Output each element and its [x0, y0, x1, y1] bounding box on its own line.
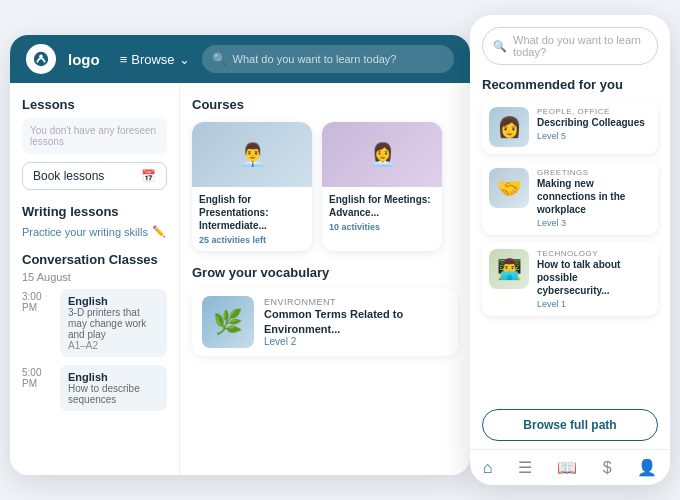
course-activities-2: 10 activities	[329, 222, 435, 232]
calendar-icon: 📅	[141, 169, 156, 183]
vocab-img: 🌿	[202, 296, 254, 348]
logo-icon	[32, 50, 50, 68]
rec-img-2: 🤝	[489, 168, 529, 208]
rec-level-3: Level 1	[537, 299, 651, 309]
vocab-info: ENVIRONMENT Common Terms Related to Envi…	[264, 297, 448, 347]
course-img-2: 👩‍💼	[322, 122, 442, 187]
rec-person-icon-1: 👩	[497, 115, 522, 139]
class-title-1: English	[68, 295, 159, 307]
mobile-search-bar: 🔍 What do you want to learn today?	[470, 15, 670, 73]
logo-circle	[26, 44, 56, 74]
lessons-title: Lessons	[22, 97, 167, 112]
course-img-1: 👨‍💼	[192, 122, 312, 187]
time-1: 3:00 PM	[22, 291, 54, 313]
class-sub-2: How to describe sequences	[68, 383, 159, 405]
rec-img-bg-2: 🤝	[489, 168, 529, 208]
rec-person-icon-2: 🤝	[497, 176, 522, 200]
sidebar: Lessons You don't have any foreseen less…	[10, 83, 180, 475]
mobile-card: 🔍 What do you want to learn today? Recom…	[470, 15, 670, 485]
course-title-2: English for Meetings: Advance...	[329, 193, 435, 219]
date-label: 15 August	[22, 271, 167, 283]
class-title-2: English	[68, 371, 159, 383]
logo-text: logo	[68, 51, 100, 68]
main-content: Courses 👨‍💼 English for Presentations: I…	[180, 83, 470, 475]
nav-bar: logo ≡ Browse ⌄ 🔍 What do you want to le…	[10, 35, 470, 83]
rec-info-2: GREETINGS Making new connections in the …	[537, 168, 651, 228]
courses-row: 👨‍💼 English for Presentations: Intermedi…	[192, 122, 458, 251]
nav-dollar-icon[interactable]: $	[603, 459, 612, 477]
pencil-icon: ✏️	[152, 225, 166, 238]
mobile-search-placeholder: What do you want to learn today?	[513, 34, 647, 58]
conv-title: Conversation Classes	[22, 252, 167, 267]
nav-search-placeholder: What do you want to learn today?	[233, 53, 397, 65]
writing-title: Writing lessons	[22, 204, 167, 219]
rec-title-1: Describing Colleagues	[537, 116, 651, 129]
course-info-2: English for Meetings: Advance... 10 acti…	[322, 187, 442, 238]
no-lessons-text: You don't have any foreseen lessons	[22, 118, 167, 154]
nav-search-bar[interactable]: 🔍 What do you want to learn today?	[202, 45, 454, 73]
course-img-bg-1: 👨‍💼	[192, 122, 312, 187]
writing-subtitle: Practice your writing skills ✏️	[22, 225, 167, 238]
vocab-card[interactable]: 🌿 ENVIRONMENT Common Terms Related to En…	[192, 288, 458, 356]
hamburger-icon: ≡	[120, 52, 128, 67]
browse-button[interactable]: ≡ Browse ⌄	[120, 52, 190, 67]
rec-person-icon-3: 👨‍💻	[497, 257, 522, 281]
rec-card-3[interactable]: 👨‍💻 TECHNOLOGY How to talk about possibl…	[482, 242, 658, 316]
nav-list-icon[interactable]: ☰	[518, 458, 532, 477]
mobile-bottom-nav: ⌂ ☰ 📖 $ 👤	[470, 449, 670, 485]
content-area: Lessons You don't have any foreseen less…	[10, 83, 470, 475]
vocab-level: Level 2	[264, 336, 448, 347]
courses-title: Courses	[192, 97, 458, 112]
rec-info-1: PEOPLE, OFFICE Describing Colleagues Lev…	[537, 107, 651, 141]
class-card-2[interactable]: English How to describe sequences	[60, 365, 167, 411]
rec-level-1: Level 5	[537, 131, 651, 141]
chevron-down-icon: ⌄	[179, 52, 190, 67]
writing-section: Writing lessons Practice your writing sk…	[22, 204, 167, 238]
rec-img-bg-3: 👨‍💻	[489, 249, 529, 289]
rec-tag-3: TECHNOLOGY	[537, 249, 651, 258]
svg-point-1	[39, 55, 43, 59]
rec-title-2: Making new connections in the workplace	[537, 177, 651, 216]
rec-img-1: 👩	[489, 107, 529, 147]
vocab-tag: ENVIRONMENT	[264, 297, 448, 307]
rec-title-3: How to talk about possible cybersecurity…	[537, 258, 651, 297]
course-card-1[interactable]: 👨‍💼 English for Presentations: Intermedi…	[192, 122, 312, 251]
browse-full-path-button[interactable]: Browse full path	[482, 409, 658, 441]
writing-sub-text: Practice your writing skills	[22, 226, 148, 238]
class-sub-1: 3-D printers that may change work and pl…	[68, 307, 159, 340]
course-person-icon-1: 👨‍💼	[239, 142, 266, 168]
course-title-1: English for Presentations: Intermediate.…	[199, 193, 305, 232]
rec-card-2[interactable]: 🤝 GREETINGS Making new connections in th…	[482, 161, 658, 235]
scene: logo ≡ Browse ⌄ 🔍 What do you want to le…	[10, 15, 670, 485]
nav-user-icon[interactable]: 👤	[637, 458, 657, 477]
mobile-search-input[interactable]: 🔍 What do you want to learn today?	[482, 27, 658, 65]
time-slot-2: 5:00 PM English How to describe sequence…	[22, 365, 167, 411]
course-person-icon-2: 👩‍💼	[369, 142, 396, 168]
rec-card-1[interactable]: 👩 PEOPLE, OFFICE Describing Colleagues L…	[482, 100, 658, 154]
browse-label: Browse	[131, 52, 174, 67]
main-card: logo ≡ Browse ⌄ 🔍 What do you want to le…	[10, 35, 470, 475]
search-icon: 🔍	[212, 52, 227, 66]
rec-img-bg-1: 👩	[489, 107, 529, 147]
rec-tag-1: PEOPLE, OFFICE	[537, 107, 651, 116]
rec-tag-2: GREETINGS	[537, 168, 651, 177]
class-card-1[interactable]: English 3-D printers that may change wor…	[60, 289, 167, 357]
mobile-recommended: Recommended for you 👩 PEOPLE, OFFICE Des…	[470, 73, 670, 401]
book-lessons-button[interactable]: Book lessons 📅	[22, 162, 167, 190]
rec-img-3: 👨‍💻	[489, 249, 529, 289]
vocab-title: Common Terms Related to Environment...	[264, 307, 448, 336]
course-activities-1: 25 activities left	[199, 235, 305, 245]
recommended-title: Recommended for you	[482, 77, 658, 92]
book-lessons-label: Book lessons	[33, 169, 104, 183]
vocab-section-title: Grow your vocabulary	[192, 265, 458, 280]
course-info-1: English for Presentations: Intermediate.…	[192, 187, 312, 251]
mobile-search-icon: 🔍	[493, 40, 507, 53]
course-card-2[interactable]: 👩‍💼 English for Meetings: Advance... 10 …	[322, 122, 442, 251]
nav-home-icon[interactable]: ⌂	[483, 459, 493, 477]
rec-info-3: TECHNOLOGY How to talk about possible cy…	[537, 249, 651, 309]
time-slot-1: 3:00 PM English 3-D printers that may ch…	[22, 289, 167, 357]
time-2: 5:00 PM	[22, 367, 54, 389]
vocab-person-icon: 🌿	[213, 308, 243, 336]
nav-book-icon[interactable]: 📖	[557, 458, 577, 477]
rec-level-2: Level 3	[537, 218, 651, 228]
